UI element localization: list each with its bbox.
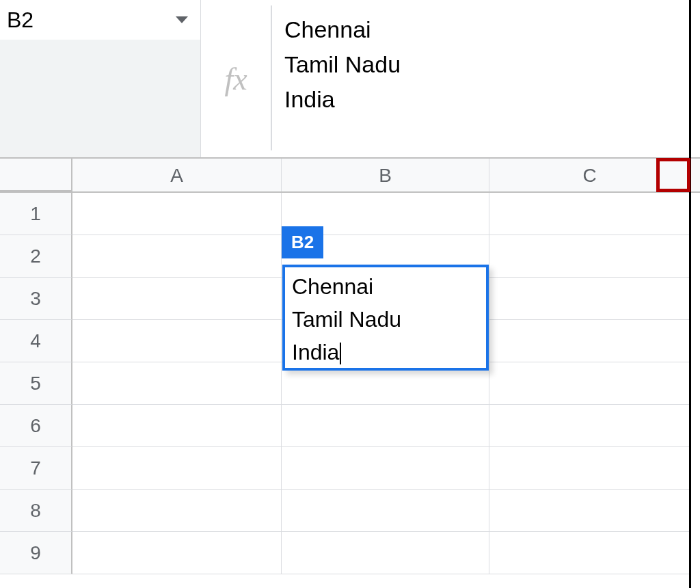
- row-header[interactable]: 5: [0, 362, 72, 405]
- cell-a1[interactable]: [72, 193, 282, 235]
- select-all-corner[interactable]: [0, 159, 72, 193]
- row-header[interactable]: 8: [0, 490, 72, 532]
- cell-a3[interactable]: [72, 278, 282, 320]
- row-header[interactable]: 1: [0, 193, 72, 235]
- right-edge: [689, 0, 691, 588]
- fx-icon: fx: [224, 61, 247, 97]
- column-header-b[interactable]: B: [282, 159, 489, 191]
- name-box-value: B2: [7, 8, 33, 33]
- grid-row: 7: [0, 447, 700, 490]
- grid-row: 8: [0, 490, 700, 532]
- cell-c6[interactable]: [489, 405, 690, 447]
- cell-a4[interactable]: [72, 320, 282, 362]
- cell-a9[interactable]: [72, 532, 282, 574]
- formula-bar-area: B2 fx Chennai Tamil Nadu India: [0, 0, 700, 157]
- cell-a2[interactable]: [72, 235, 282, 278]
- editing-cell-line: Chennai: [292, 270, 479, 303]
- cell-a8[interactable]: [72, 490, 282, 532]
- fx-icon-area: fx: [201, 0, 271, 157]
- cell-c8[interactable]: [489, 490, 690, 532]
- annotation-highlight-box: [656, 158, 690, 192]
- editing-cell-line: Tamil Nadu: [292, 303, 479, 336]
- cell-c2[interactable]: [489, 235, 690, 278]
- formula-bar[interactable]: Chennai Tamil Nadu India: [271, 5, 700, 150]
- formula-bar-line: India: [284, 82, 688, 117]
- cell-b8[interactable]: [282, 490, 489, 532]
- cell-b7[interactable]: [282, 447, 489, 490]
- spreadsheet-grid: A B C 1 2 3 4 5: [0, 157, 700, 574]
- row-header[interactable]: 2: [0, 235, 72, 278]
- column-header-a[interactable]: A: [72, 159, 282, 191]
- cell-c7[interactable]: [489, 447, 690, 490]
- name-box-area: B2: [0, 0, 201, 157]
- grid-body: 1 2 3 4 5 6: [0, 193, 700, 574]
- cell-a6[interactable]: [72, 405, 282, 447]
- grid-row: 1: [0, 193, 700, 235]
- chevron-down-icon[interactable]: [176, 16, 188, 23]
- cell-b9[interactable]: [282, 532, 489, 574]
- cell-c5[interactable]: [489, 362, 690, 405]
- row-header[interactable]: 9: [0, 532, 72, 574]
- name-box[interactable]: B2: [0, 0, 201, 40]
- formula-bar-line: Tamil Nadu: [284, 47, 688, 82]
- column-headers-row: A B C: [0, 157, 700, 193]
- cell-a5[interactable]: [72, 362, 282, 405]
- active-cell-badge: B2: [282, 226, 323, 258]
- cell-a7[interactable]: [72, 447, 282, 490]
- cell-c9[interactable]: [489, 532, 690, 574]
- cell-c1[interactable]: [489, 193, 690, 235]
- cell-c4[interactable]: [489, 320, 690, 362]
- formula-bar-line: Chennai: [284, 12, 688, 47]
- editing-cell-overlay[interactable]: Chennai Tamil Nadu India: [282, 265, 489, 371]
- row-header[interactable]: 4: [0, 320, 72, 362]
- row-header[interactable]: 6: [0, 405, 72, 447]
- name-box-filler: [0, 40, 201, 157]
- row-header[interactable]: 7: [0, 447, 72, 490]
- cell-c3[interactable]: [489, 278, 690, 320]
- editing-cell-line: India: [292, 336, 479, 369]
- cell-b6[interactable]: [282, 405, 489, 447]
- grid-row: 6: [0, 405, 700, 447]
- grid-row: 9: [0, 532, 700, 574]
- row-header[interactable]: 3: [0, 278, 72, 320]
